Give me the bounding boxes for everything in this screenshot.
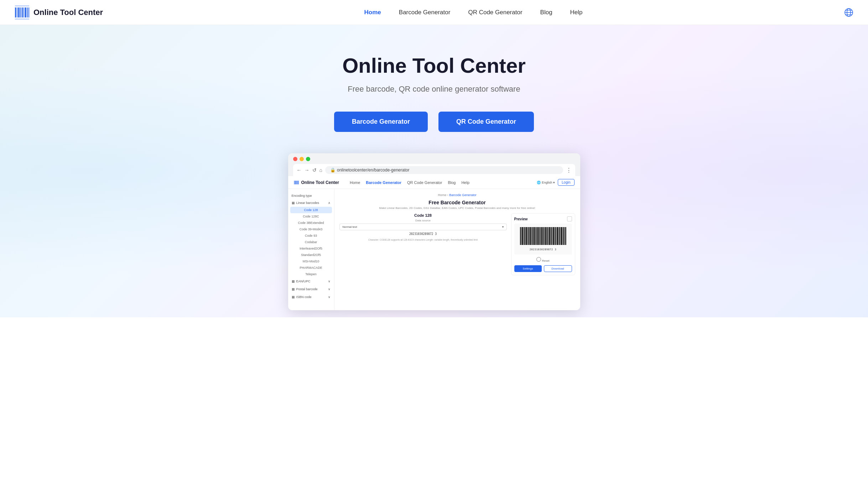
inner-nav-qrcode[interactable]: QR Code Generator xyxy=(407,180,442,185)
sidebar-item-code93[interactable]: Code 93 xyxy=(288,232,334,239)
inner-content: Encoding type ▦ Linear barcodes ∧ Code 1… xyxy=(288,189,580,310)
nav-help[interactable]: Help xyxy=(570,9,583,16)
hero-subtitle: Free barcode, QR code online generator s… xyxy=(14,84,854,94)
svg-rect-47 xyxy=(543,227,543,245)
svg-rect-16 xyxy=(294,180,294,184)
logo-area[interactable]: Online Tool Center xyxy=(14,5,103,20)
hero-section: Online Tool Center Free barcode, QR code… xyxy=(0,25,868,317)
page-subtitle: Make Linear Barcodes, 2D Codes, GS1 Data… xyxy=(339,206,575,210)
svg-rect-26 xyxy=(522,227,523,245)
settings-button[interactable]: Settings xyxy=(514,265,542,272)
svg-rect-60 xyxy=(555,227,556,245)
copy-icon[interactable] xyxy=(567,216,572,221)
svg-rect-0 xyxy=(15,7,16,17)
back-icon[interactable]: ← xyxy=(297,167,302,173)
svg-rect-57 xyxy=(552,227,553,245)
sidebar-item-interleaved[interactable]: Interleaved2Of5 xyxy=(288,245,334,252)
svg-rect-31 xyxy=(527,227,527,245)
sidebar-item-msi[interactable]: MSI-Mod10 xyxy=(288,258,334,265)
svg-rect-58 xyxy=(553,227,554,245)
svg-rect-34 xyxy=(530,227,531,245)
svg-rect-24 xyxy=(520,227,521,245)
postal-header[interactable]: ▦ Postal barcode ∨ xyxy=(288,285,334,293)
svg-rect-46 xyxy=(541,227,542,245)
inner-nav-blog[interactable]: Blog xyxy=(448,180,456,185)
inner-nav-help[interactable]: Help xyxy=(461,180,469,185)
svg-rect-71 xyxy=(566,227,566,245)
svg-rect-67 xyxy=(562,227,563,245)
browser-nav-icons: ← → ↺ ⌂ xyxy=(297,167,322,173)
inner-navbar: Online Tool Center Home Barcode Generato… xyxy=(288,176,580,189)
browser-address-bar[interactable]: 🔒 onlinetoolcenter/en/barcode-generator xyxy=(325,166,563,174)
svg-rect-65 xyxy=(560,227,561,245)
browser-toolbar: ← → ↺ ⌂ 🔒 onlinetoolcenter/en/barcode-ge… xyxy=(293,164,575,176)
svg-rect-61 xyxy=(556,227,557,245)
sidebar-item-code3b[interactable]: Code 3BExtended xyxy=(288,220,334,226)
ean-collapse-icon[interactable]: ∨ xyxy=(328,280,331,283)
select-arrow-icon: ▾ xyxy=(502,225,504,229)
svg-rect-20 xyxy=(296,180,297,184)
browser-menu-icon[interactable]: ⋮ xyxy=(566,167,572,174)
sidebar-item-code128c[interactable]: Code 128C xyxy=(288,213,334,220)
svg-rect-33 xyxy=(529,227,529,245)
barcode-image xyxy=(520,227,566,247)
lock-icon: 🔒 xyxy=(330,168,336,173)
preview-actions: Settings Download xyxy=(514,265,572,272)
page-title: Free Barcode Generator xyxy=(339,200,575,205)
nav-home[interactable]: Home xyxy=(364,9,381,16)
sidebar-item-codabar[interactable]: Codabar xyxy=(288,239,334,245)
sidebar-item-pharmacade[interactable]: PHARMACADE xyxy=(288,265,334,271)
ean-icon: ▦ xyxy=(292,280,295,283)
inner-nav-home[interactable]: Home xyxy=(350,180,360,185)
sidebar-item-code39[interactable]: Code 39-Mod43 xyxy=(288,226,334,232)
header-right xyxy=(844,7,854,17)
reset-label[interactable]: Reset xyxy=(536,259,549,262)
qrcode-generator-button[interactable]: QR Code Generator xyxy=(438,112,534,132)
preview-box: Preview xyxy=(511,213,575,275)
svg-rect-22 xyxy=(297,180,298,184)
svg-rect-54 xyxy=(549,227,550,245)
svg-rect-5 xyxy=(24,7,24,17)
svg-rect-32 xyxy=(528,227,529,245)
char-note: Character: CODE128 supports all 128 ASCI… xyxy=(339,239,507,241)
inner-sidebar: Encoding type ▦ Linear barcodes ∧ Code 1… xyxy=(288,189,334,310)
dot-red xyxy=(293,157,297,161)
nav-qrcode[interactable]: QR Code Generator xyxy=(468,9,522,16)
linear-barcodes-header[interactable]: ▦ Linear barcodes ∧ xyxy=(288,199,334,207)
svg-rect-41 xyxy=(537,227,537,245)
barcode-generator-button[interactable]: Barcode Generator xyxy=(334,112,428,132)
barcode-display: 20231030289872 3 xyxy=(514,224,572,255)
barcode-input[interactable]: 20231030289872 3 xyxy=(339,232,507,236)
reset-radio-input[interactable] xyxy=(536,257,541,262)
collapse-icon[interactable]: ∧ xyxy=(328,201,331,205)
svg-rect-36 xyxy=(532,227,532,245)
svg-rect-39 xyxy=(535,227,535,245)
inner-lang[interactable]: 🌐 English ▾ xyxy=(537,181,555,184)
svg-rect-69 xyxy=(564,227,565,245)
url-text: onlinetoolcenter/en/barcode-generator xyxy=(337,168,409,173)
svg-rect-35 xyxy=(531,227,531,245)
postal-icon: ▦ xyxy=(292,287,295,291)
data-source-select[interactable]: Normal text ▾ xyxy=(339,224,507,230)
home-browser-icon[interactable]: ⌂ xyxy=(319,167,322,173)
inner-login-button[interactable]: Login xyxy=(558,179,574,186)
svg-rect-28 xyxy=(524,227,525,245)
ean-upc-header[interactable]: ▦ EAN/UPC ∨ xyxy=(288,277,334,285)
inner-nav-barcode[interactable]: Barcode Generator xyxy=(366,180,401,185)
svg-rect-2 xyxy=(18,7,20,17)
sidebar-item-telepen[interactable]: Telepen xyxy=(288,271,334,277)
isbn-collapse-icon[interactable]: ∨ xyxy=(328,295,331,299)
download-button[interactable]: Download xyxy=(544,265,572,272)
barcode-number-text: 20231030289872 3 xyxy=(518,248,568,251)
sidebar-item-code128[interactable]: Code 128 xyxy=(290,207,332,213)
sidebar-item-standard[interactable]: Standard2Of5 xyxy=(288,252,334,258)
nav-blog[interactable]: Blog xyxy=(540,9,552,16)
forward-icon[interactable]: → xyxy=(305,167,310,173)
refresh-icon[interactable]: ↺ xyxy=(312,167,317,173)
postal-collapse-icon[interactable]: ∨ xyxy=(328,287,331,291)
nav-barcode[interactable]: Barcode Generator xyxy=(399,9,451,16)
isbn-header[interactable]: ▦ ISBN code ∨ xyxy=(288,293,334,301)
dot-yellow xyxy=(300,157,304,161)
globe-icon[interactable] xyxy=(844,7,854,17)
svg-rect-38 xyxy=(534,227,535,245)
